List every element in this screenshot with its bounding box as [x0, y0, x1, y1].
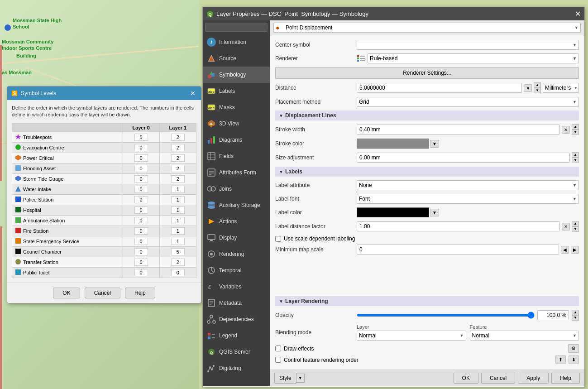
sidebar-item-fields[interactable]: Fields: [203, 148, 270, 164]
renderer-value-select[interactable]: Rule-based: [368, 53, 579, 63]
stroke-color-button[interactable]: [357, 139, 429, 149]
row-layer0[interactable]: [123, 205, 159, 215]
min-scale-input[interactable]: [357, 245, 559, 255]
displacement-lines-section-header[interactable]: ▼ Displacement Lines: [275, 110, 579, 120]
sidebar-item-variables[interactable]: ε Variables: [203, 279, 270, 295]
style-button[interactable]: Style: [274, 373, 296, 384]
label-distance-spin-down[interactable]: ▼: [572, 226, 579, 232]
renderer-type-select[interactable]: Point Displacement: [273, 23, 581, 33]
control-feature-checkbox[interactable]: [275, 357, 281, 363]
opacity-slider[interactable]: [357, 314, 535, 317]
sidebar-item-display[interactable]: Display: [203, 230, 270, 246]
draw-effects-checkbox[interactable]: [275, 346, 281, 351]
distance-clear-button[interactable]: ✕: [524, 84, 532, 92]
sidebar-item-attributes-form[interactable]: Attributes Form: [203, 164, 270, 181]
min-scale-button2[interactable]: ▶: [571, 246, 579, 254]
row-layer1[interactable]: [159, 163, 196, 173]
sidebar-item-diagrams[interactable]: Diagrams: [203, 132, 270, 148]
row-layer0[interactable]: [123, 153, 159, 163]
row-layer1[interactable]: [159, 153, 196, 163]
draw-effects-button[interactable]: ⚙: [568, 344, 579, 353]
layer-rendering-section-header[interactable]: ▼ Layer Rendering: [275, 296, 579, 306]
label-color-button[interactable]: [357, 207, 429, 217]
row-layer0[interactable]: [123, 163, 159, 173]
row-layer0[interactable]: [123, 194, 159, 205]
row-layer0[interactable]: [123, 226, 159, 236]
symbol-levels-cancel-button[interactable]: Cancel: [85, 288, 120, 298]
sidebar-item-temporal[interactable]: Temporal: [203, 262, 270, 279]
control-feature-button2[interactable]: ⬇: [569, 355, 579, 364]
renderer-settings-button[interactable]: Renderer Settings...: [275, 67, 579, 79]
stroke-width-spin-up[interactable]: ▲: [572, 124, 579, 130]
placement-select[interactable]: Grid: [357, 97, 579, 107]
stroke-width-clear-button[interactable]: ✕: [562, 126, 570, 134]
symbol-levels-ok-button[interactable]: OK: [53, 288, 80, 298]
size-adjustment-spin-up[interactable]: ▲: [572, 152, 579, 158]
row-layer0[interactable]: [123, 215, 159, 226]
sidebar-item-legend[interactable]: Legend: [203, 327, 270, 344]
sidebar-item-masks[interactable]: abc Masks: [203, 99, 270, 115]
symbol-levels-help-button[interactable]: Help: [125, 288, 155, 298]
row-layer1[interactable]: [159, 215, 196, 226]
row-layer1[interactable]: [159, 205, 196, 215]
size-adjustment-spin-down[interactable]: ▼: [572, 158, 579, 163]
row-layer1[interactable]: [159, 173, 196, 184]
row-layer1[interactable]: [159, 184, 196, 194]
sidebar-item-source[interactable]: Source: [203, 50, 270, 67]
label-distance-spin-up[interactable]: ▲: [572, 221, 579, 226]
sidebar-item-symbology[interactable]: Symbology: [203, 67, 270, 83]
sidebar-item-qgis-server[interactable]: Q QGIS Server: [203, 344, 270, 360]
label-font-select[interactable]: Font: [357, 194, 579, 204]
sidebar-item-actions[interactable]: Actions: [203, 213, 270, 230]
row-layer1[interactable]: [159, 142, 196, 153]
sidebar-item-digitizing[interactable]: Digitizing: [203, 360, 270, 376]
min-scale-button1[interactable]: ◀: [561, 246, 569, 254]
size-adjustment-input[interactable]: [357, 153, 570, 163]
row-layer0[interactable]: [123, 267, 159, 278]
control-feature-button[interactable]: ⬆: [555, 355, 566, 364]
distance-spin-down[interactable]: ▼: [534, 88, 541, 93]
blending-layer-select[interactable]: Normal: [357, 331, 466, 341]
distance-spin-up[interactable]: ▲: [534, 82, 541, 88]
style-dropdown-button[interactable]: ▼: [296, 374, 305, 383]
stroke-width-input[interactable]: [357, 125, 560, 134]
row-layer0[interactable]: [123, 257, 159, 267]
row-layer0[interactable]: [123, 184, 159, 194]
row-layer1[interactable]: [159, 267, 196, 278]
sidebar-item-dependencies[interactable]: Dependencies: [203, 311, 270, 327]
row-layer0[interactable]: [123, 142, 159, 153]
opacity-spin-up[interactable]: ▲: [572, 310, 579, 315]
opacity-value-input[interactable]: [537, 310, 569, 320]
symbol-levels-close-button[interactable]: ✕: [188, 89, 197, 98]
row-layer0[interactable]: [123, 173, 159, 184]
row-layer1[interactable]: [159, 194, 196, 205]
blending-feature-select[interactable]: Normal: [470, 331, 579, 341]
labels-section-header[interactable]: ▼ Labels: [275, 167, 579, 177]
opacity-spin-down[interactable]: ▼: [572, 315, 579, 321]
label-attribute-select[interactable]: None: [357, 180, 579, 190]
row-layer1[interactable]: [159, 226, 196, 236]
sidebar-item-labels[interactable]: abc Labels: [203, 83, 270, 99]
center-symbol-input[interactable]: [357, 40, 579, 50]
sidebar-item-information[interactable]: i Information: [203, 34, 270, 50]
sidebar-item-3dview[interactable]: 3D 3D View: [203, 115, 270, 132]
cancel-button[interactable]: Cancel: [481, 373, 515, 384]
row-layer0[interactable]: [123, 246, 159, 257]
sidebar-item-rendering[interactable]: Rendering: [203, 246, 270, 262]
row-layer1[interactable]: [159, 257, 196, 267]
label-color-dropdown-button[interactable]: ▼: [430, 209, 439, 216]
distance-unit-select[interactable]: Millimeters: [543, 83, 579, 93]
label-distance-input[interactable]: [357, 221, 560, 231]
distance-input[interactable]: [357, 83, 522, 93]
layer-props-close-button[interactable]: ✕: [575, 10, 581, 18]
sidebar-item-metadata[interactable]: Metadata: [203, 295, 270, 311]
ok-button[interactable]: OK: [454, 373, 478, 384]
use-scale-checkbox[interactable]: [275, 236, 281, 242]
stroke-color-dropdown-button[interactable]: ▼: [430, 140, 439, 148]
sidebar-search-input[interactable]: [205, 23, 268, 32]
help-button[interactable]: Help: [551, 373, 580, 384]
stroke-width-spin-down[interactable]: ▼: [572, 130, 579, 135]
row-layer1[interactable]: [159, 132, 196, 142]
sidebar-item-auxiliary-storage[interactable]: Auxiliary Storage: [203, 197, 270, 213]
apply-button[interactable]: Apply: [518, 373, 549, 384]
